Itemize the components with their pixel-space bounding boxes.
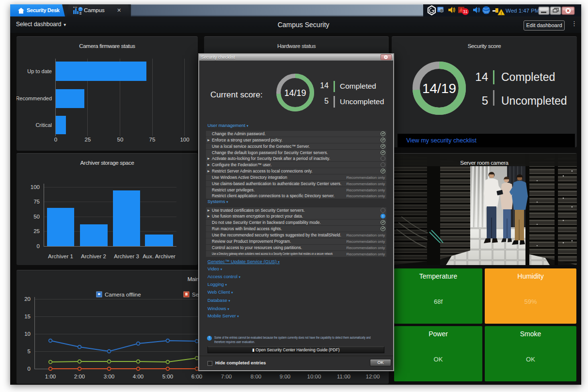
svg-text:!: ! xyxy=(501,11,502,16)
svg-text:Aux. Archiver: Aux. Archiver xyxy=(143,253,175,259)
svg-text:25: 25 xyxy=(85,137,91,142)
svg-text:2:00: 2:00 xyxy=(74,374,85,379)
svg-text:1:00: 1:00 xyxy=(45,374,56,379)
svg-text:Critical: Critical xyxy=(35,122,52,128)
svg-text:31: 31 xyxy=(463,9,468,14)
svg-text:14: 14 xyxy=(475,70,488,83)
svg-text:6:00: 6:00 xyxy=(191,374,202,379)
svg-text:4:00: 4:00 xyxy=(133,374,143,379)
svg-text:Archiver 2: Archiver 2 xyxy=(81,253,106,259)
svg-text:50: 50 xyxy=(33,214,40,220)
svg-text:5:00: 5:00 xyxy=(162,374,173,379)
svg-text:50: 50 xyxy=(117,137,124,142)
svg-text:100: 100 xyxy=(31,184,40,190)
svg-text:Recommended: Recommended xyxy=(16,95,52,101)
svg-text:Wed 1:47 PM: Wed 1:47 PM xyxy=(506,8,539,14)
svg-text:10: 10 xyxy=(24,331,31,337)
svg-text:Uncompleted: Uncompleted xyxy=(501,94,567,107)
svg-text:14/19: 14/19 xyxy=(284,88,306,98)
svg-text:Archiver 1: Archiver 1 xyxy=(48,253,73,259)
svg-text:10:00: 10:00 xyxy=(307,374,321,379)
svg-text:12:00: 12:00 xyxy=(366,374,380,379)
svg-text:25: 25 xyxy=(33,228,40,234)
svg-text:Up to date: Up to date xyxy=(27,68,52,74)
svg-text:5: 5 xyxy=(28,348,31,354)
svg-text:0: 0 xyxy=(54,137,57,142)
svg-text:0: 0 xyxy=(28,366,31,372)
svg-text:14/19: 14/19 xyxy=(422,81,456,96)
svg-text:75: 75 xyxy=(33,199,40,204)
svg-text:0: 0 xyxy=(37,243,40,249)
svg-text:3:00: 3:00 xyxy=(104,374,114,379)
svg-text:8:00: 8:00 xyxy=(251,374,261,379)
svg-text:Archiver 3: Archiver 3 xyxy=(114,253,139,259)
svg-text:Camera offline: Camera offline xyxy=(105,292,141,298)
svg-text:75: 75 xyxy=(149,137,156,142)
svg-text:11:00: 11:00 xyxy=(337,374,350,379)
svg-text:100: 100 xyxy=(180,137,189,142)
svg-text:20: 20 xyxy=(24,296,31,302)
svg-text:9:00: 9:00 xyxy=(280,374,290,379)
svg-text:Completed: Completed xyxy=(501,71,555,83)
svg-text:5: 5 xyxy=(482,94,488,107)
svg-text:15: 15 xyxy=(24,314,31,319)
svg-text:7:00: 7:00 xyxy=(221,374,232,379)
